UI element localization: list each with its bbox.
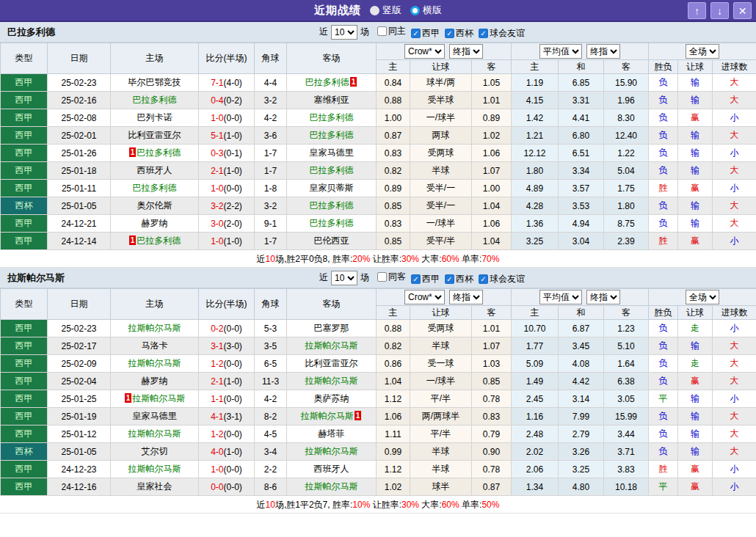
crow-select[interactable]: Crow* — [404, 44, 445, 59]
cell-avg-away: 5.10 — [604, 337, 649, 355]
cell-odds-home: 0.99 — [377, 443, 410, 461]
cell-date: 25-02-23 — [48, 320, 111, 337]
cell-handicap-result: 输 — [678, 127, 713, 145]
home-team-name: 赫罗纳 — [142, 218, 168, 228]
radio-off-icon — [370, 6, 379, 15]
match-row: 西甲 24-12-21 赫罗纳 3-0(2-0) 9-1 巴拉多利德 0.83 … — [1, 215, 756, 233]
cell-odds-away: 1.07 — [472, 162, 512, 180]
summary-row: 近10场,胜1平2负7, 胜率:10% 让胜率:30% 大率:60% 单率:50… — [0, 496, 756, 514]
subheader-odds-home: 主 — [377, 306, 410, 320]
cell-date: 25-02-17 — [48, 337, 111, 355]
checkbox-icon — [411, 29, 421, 38]
cell-odds-away: 0.87 — [472, 478, 512, 496]
cell-avg-away: 1.75 — [604, 180, 649, 197]
radio-vertical-layout[interactable]: 竖版 — [370, 4, 401, 17]
scroll-down-button[interactable]: ↓ — [710, 2, 729, 19]
half-time-score: (0-0) — [224, 429, 242, 439]
scroll-up-button[interactable]: ↑ — [688, 2, 706, 19]
cell-avg-away: 8.30 — [604, 109, 649, 127]
filter-checkbox[interactable]: 球会友谊 — [479, 273, 525, 285]
summary-segment: 60% — [442, 500, 459, 510]
card-badge: 1 — [355, 411, 362, 420]
average-select[interactable]: 平均值 — [539, 290, 582, 304]
cell-date: 24-12-16 — [48, 478, 111, 496]
radio-horizontal-layout[interactable]: 横版 — [410, 4, 442, 17]
cell-league-type: 西甲 — [1, 74, 48, 92]
cell-odds-away: 1.05 — [472, 74, 512, 92]
match-count-select[interactable]: 10 — [331, 25, 357, 40]
cell-league-type: 西甲 — [1, 390, 48, 408]
average-select[interactable]: 平均值 — [539, 44, 582, 59]
subheader-handicap-result: 让球 — [678, 306, 713, 320]
cell-date: 25-01-05 — [48, 443, 111, 461]
full-time-score: 3-2 — [211, 201, 223, 211]
cell-home-team: 拉斯帕尔马斯 — [111, 355, 199, 373]
final-index-select-2[interactable]: 终指 — [586, 44, 620, 59]
match-row: 西杯 25-01-05 艾尔切 4-0(1-0) 3-4 拉斯帕尔马斯 0.99… — [1, 443, 756, 461]
cell-odds-away: 0.90 — [472, 443, 512, 461]
cell-avg-draw: 4.08 — [559, 355, 604, 373]
cell-date: 25-01-05 — [48, 197, 111, 215]
final-index-select-2[interactable]: 终指 — [586, 290, 620, 304]
filter-checkbox[interactable]: 同客 — [377, 271, 406, 283]
cell-avg-home: 1.34 — [512, 478, 559, 496]
home-team-name: 拉斯帕尔马斯 — [132, 393, 185, 403]
cell-odds-home: 0.85 — [377, 233, 410, 250]
cell-handicap: 球半/两 — [410, 74, 472, 92]
full-match-select[interactable]: 全场 — [686, 44, 719, 59]
arrow-up-icon: ↑ — [694, 6, 699, 16]
summary-segment: 让胜率: — [370, 500, 401, 510]
full-match-select[interactable]: 全场 — [686, 290, 719, 304]
cell-score: 4-1(3-1) — [199, 408, 255, 425]
filter-checkbox[interactable]: 同主 — [377, 25, 406, 37]
match-row: 西甲 25-01-12 拉斯帕尔马斯 1-2(0-0) 4-5 赫塔菲 1.11… — [1, 425, 756, 443]
filter-checkbox[interactable]: 西甲 — [411, 273, 440, 285]
cell-corners: 1-7 — [255, 233, 287, 250]
summary-segment: 60% — [442, 254, 459, 264]
match-row: 西甲 25-01-11 巴拉多利德 1-0(0-0) 1-8 皇家贝蒂斯 0.8… — [1, 180, 756, 197]
subheader-avg-home: 主 — [512, 60, 559, 74]
cell-home-team: 1巴拉多利德 — [111, 233, 199, 250]
cell-score: 4-0(1-0) — [199, 443, 255, 461]
filter-checkbox[interactable]: 西杯 — [445, 27, 473, 40]
final-index-select-1[interactable]: 终指 — [449, 290, 483, 304]
cell-corners: 3-6 — [255, 127, 287, 145]
cell-result: 平 — [649, 478, 678, 496]
away-team-name: 拉斯帕尔马斯 — [305, 340, 358, 351]
away-team-name: 拉斯帕尔马斯 — [305, 376, 358, 386]
summary-segment: 大率: — [419, 254, 442, 264]
cell-handicap: 一/球半 — [410, 215, 472, 233]
crow-select[interactable]: Crow* — [404, 290, 445, 304]
cell-league-type: 西甲 — [1, 425, 48, 443]
cell-goals-result: 大 — [713, 215, 756, 233]
cell-corners: 1-8 — [255, 180, 287, 197]
cell-goals-result: 大 — [713, 127, 756, 145]
cell-avg-away: 1.22 — [604, 145, 649, 162]
filter-checkbox[interactable]: 西甲 — [411, 27, 440, 40]
filter-checkbox[interactable]: 球会友谊 — [479, 27, 525, 40]
cell-goals-result: 大 — [713, 162, 756, 180]
match-count-select[interactable]: 10 — [331, 271, 357, 285]
cell-odds-home: 0.88 — [377, 92, 410, 109]
cell-odds-home: 0.88 — [377, 320, 410, 337]
close-button[interactable]: ✕ — [733, 2, 752, 19]
cell-home-team: 赫罗纳 — [111, 215, 199, 233]
cell-date: 25-02-04 — [48, 373, 111, 390]
full-time-score: 0-4 — [211, 95, 223, 106]
cell-date: 25-02-01 — [48, 127, 111, 145]
filter-checkbox[interactable]: 西杯 — [445, 273, 473, 285]
away-team-name: 巴塞罗那 — [314, 323, 349, 333]
column-header-away: 客场 — [287, 289, 377, 320]
cell-corners: 3-5 — [255, 337, 287, 355]
away-team-name: 拉斯帕尔马斯 — [305, 446, 358, 456]
column-header-date: 日期 — [48, 43, 111, 74]
cell-league-type: 西甲 — [1, 355, 48, 373]
matches-table: 类型 日期 主场 比分(半场) 角球 客场 Crow*终指 平均值终指 全场 主… — [0, 288, 756, 496]
home-team-name: 艾尔切 — [142, 446, 168, 456]
final-index-select-1[interactable]: 终指 — [449, 44, 483, 59]
cell-goals-result: 大 — [713, 337, 756, 355]
cell-away-team: 赫塔菲 — [287, 425, 377, 443]
checkbox-icon — [411, 274, 421, 284]
cell-avg-away: 2.39 — [604, 233, 649, 250]
cell-handicap: 平/半 — [410, 425, 472, 443]
